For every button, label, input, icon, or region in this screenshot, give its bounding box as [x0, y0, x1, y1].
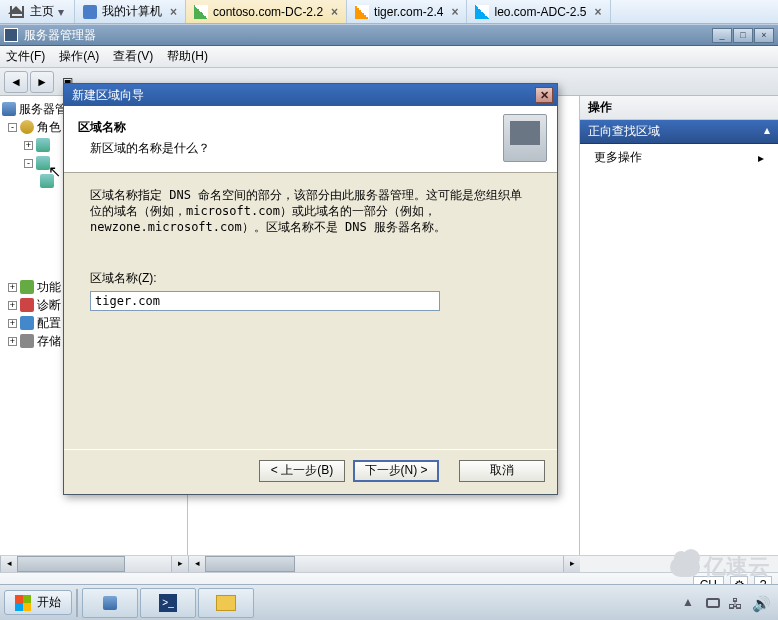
taskbar-app-explorer[interactable] — [198, 588, 254, 618]
minimize-button[interactable]: _ — [712, 28, 732, 43]
expand-icon[interactable]: + — [24, 141, 33, 150]
menu-action[interactable]: 操作(A) — [59, 48, 99, 65]
config-icon — [20, 316, 34, 330]
actions-header: 操作 — [580, 96, 778, 120]
server-icon — [2, 102, 16, 116]
server-icon — [194, 5, 208, 19]
menu-bar: 文件(F) 操作(A) 查看(V) 帮助(H) — [0, 46, 778, 68]
tab-label: leo.com-ADC-2.5 — [494, 5, 586, 19]
nav-forward-button[interactable]: ► — [30, 71, 54, 93]
actions-sub-label: 正向查找区域 — [588, 124, 660, 138]
actions-more[interactable]: 更多操作 ▸ — [580, 144, 778, 171]
nav-back-button[interactable]: ◄ — [4, 71, 28, 93]
tree-label: 存储 — [37, 333, 61, 350]
cancel-button[interactable]: 取消 — [459, 460, 545, 482]
tray-volume-icon[interactable]: 🔊 — [752, 595, 768, 611]
tab-label: 我的计算机 — [102, 3, 162, 20]
actions-item-label: 更多操作 — [594, 149, 642, 166]
scroll-thumb[interactable] — [205, 556, 295, 572]
tab-label: tiger.com-2.4 — [374, 5, 443, 19]
tab-my-computer[interactable]: 我的计算机 × — [75, 0, 186, 23]
taskbar-app-server-manager[interactable] — [82, 588, 138, 618]
taskbar: 开始 >_ ▲ 🖧 🔊 — [0, 584, 778, 620]
close-button[interactable]: × — [754, 28, 774, 43]
close-icon[interactable]: × — [451, 5, 458, 19]
node-icon — [40, 174, 54, 188]
scroll-thumb[interactable] — [17, 556, 125, 572]
close-icon[interactable]: × — [331, 5, 338, 19]
pc-icon — [83, 5, 97, 19]
close-icon[interactable]: × — [170, 5, 177, 19]
left-scrollbar[interactable]: ◂ ▸ — [0, 555, 188, 572]
next-button[interactable]: 下一步(N) > — [353, 460, 439, 482]
dialog-button-row: < 上一步(B) 下一步(N) > 取消 — [64, 449, 557, 494]
scroll-left-icon[interactable]: ◂ — [0, 556, 17, 572]
server-icon — [103, 596, 117, 610]
tab-tiger[interactable]: tiger.com-2.4 × — [347, 0, 467, 23]
dialog-header-title: 区域名称 — [78, 119, 210, 136]
dialog-titlebar[interactable]: 新建区域向导 ✕ — [64, 84, 557, 106]
expand-icon[interactable]: + — [8, 301, 17, 310]
tab-label: contoso.com-DC-2.2 — [213, 5, 323, 19]
actions-sub-header: 正向查找区域 ▴ — [580, 120, 778, 144]
server-icon — [355, 5, 369, 19]
dialog-description: 区域名称指定 DNS 命名空间的部分，该部分由此服务器管理。这可能是您组织单位的… — [90, 187, 531, 236]
node-icon — [36, 138, 50, 152]
close-icon[interactable]: × — [595, 5, 602, 19]
tab-contoso[interactable]: contoso.com-DC-2.2 × — [186, 0, 347, 23]
expand-icon[interactable]: + — [8, 283, 17, 292]
expand-icon[interactable]: + — [8, 337, 17, 346]
tray-network-icon[interactable]: 🖧 — [728, 595, 744, 611]
tray-up-icon[interactable]: ▲ — [682, 595, 698, 611]
home-label: 主页 — [30, 3, 54, 20]
home-button[interactable]: 主页 ▾ — [0, 0, 75, 23]
new-zone-wizard-dialog: 新建区域向导 ✕ 区域名称 新区域的名称是什么？ 区域名称指定 DNS 命名空间… — [63, 83, 558, 495]
tab-leo[interactable]: leo.com-ADC-2.5 × — [467, 0, 610, 23]
dialog-header-sub: 新区域的名称是什么？ — [90, 140, 210, 157]
tree-label: 配置 — [37, 315, 61, 332]
dialog-header: 区域名称 新区域的名称是什么？ — [64, 106, 557, 173]
separator — [76, 589, 78, 617]
tree-label: 角色 — [37, 119, 61, 136]
collapse-icon[interactable]: - — [8, 123, 17, 132]
actions-panel: 操作 正向查找区域 ▴ 更多操作 ▸ — [580, 96, 778, 555]
maximize-button[interactable]: □ — [733, 28, 753, 43]
expand-icon[interactable]: + — [8, 319, 17, 328]
roles-icon — [20, 120, 34, 134]
browser-tab-strip: 主页 ▾ 我的计算机 × contoso.com-DC-2.2 × tiger.… — [0, 0, 778, 24]
home-icon — [10, 6, 24, 18]
zone-name-input[interactable] — [90, 291, 440, 311]
taskbar-app-powershell[interactable]: >_ — [140, 588, 196, 618]
collapse-icon[interactable]: - — [24, 159, 33, 168]
tray-flag-icon[interactable] — [706, 598, 720, 608]
scroll-right-icon[interactable]: ▸ — [563, 556, 580, 572]
dialog-title-text: 新建区域向导 — [72, 87, 144, 104]
back-button[interactable]: < 上一步(B) — [259, 460, 345, 482]
dialog-body: 区域名称指定 DNS 命名空间的部分，该部分由此服务器管理。这可能是您组织单位的… — [64, 173, 557, 329]
menu-view[interactable]: 查看(V) — [113, 48, 153, 65]
window-titlebar: 服务器管理器 _ □ × — [0, 24, 778, 46]
tree-label: 诊断 — [37, 297, 61, 314]
features-icon — [20, 280, 34, 294]
tree-label: 功能 — [37, 279, 61, 296]
scroll-right-icon[interactable]: ▸ — [171, 556, 188, 572]
diagnostics-icon — [20, 298, 34, 312]
chevron-up-icon[interactable]: ▴ — [764, 123, 770, 137]
chevron-right-icon: ▸ — [758, 151, 764, 165]
windows-logo-icon — [15, 595, 31, 611]
dialog-close-button[interactable]: ✕ — [535, 87, 553, 103]
folder-icon — [216, 595, 236, 611]
menu-file[interactable]: 文件(F) — [6, 48, 45, 65]
node-icon — [36, 156, 50, 170]
start-label: 开始 — [37, 594, 61, 611]
zone-name-label: 区域名称(Z): — [90, 270, 531, 287]
center-scrollbar[interactable]: ◂ ▸ — [188, 555, 580, 572]
window-title-text: 服务器管理器 — [24, 27, 96, 44]
server-tower-icon — [503, 114, 547, 162]
app-icon — [4, 28, 18, 42]
menu-help[interactable]: 帮助(H) — [167, 48, 208, 65]
server-icon — [475, 5, 489, 19]
start-button[interactable]: 开始 — [4, 590, 72, 615]
storage-icon — [20, 334, 34, 348]
scroll-left-icon[interactable]: ◂ — [188, 556, 205, 572]
